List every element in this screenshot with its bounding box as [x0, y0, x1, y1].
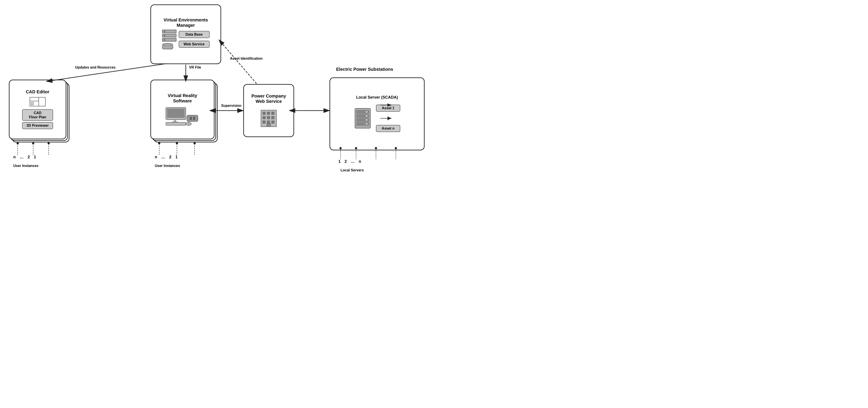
local-one: 1	[338, 159, 341, 164]
svg-rect-36	[167, 108, 185, 118]
vem-box: Virtual Environments Manager Data Base W…	[150, 4, 221, 64]
svg-rect-46	[263, 112, 266, 115]
asset-id-label: Asset Identification	[230, 56, 263, 61]
svg-point-14	[48, 142, 50, 145]
local-two: 2	[345, 159, 347, 164]
pcws-title: Power Company Web Service	[251, 93, 286, 104]
svg-point-64	[366, 123, 368, 125]
eps-title: Electric Power Substations	[336, 66, 393, 72]
vem-title: Virtual Environments Manager	[164, 17, 208, 28]
svg-point-12	[17, 142, 19, 145]
pcws-icon	[259, 106, 279, 128]
local-n: n	[359, 159, 361, 164]
cad-title: CAD Editor	[26, 89, 50, 94]
database-label: Data Base	[179, 31, 210, 38]
asset-n: Asset n	[376, 125, 400, 132]
local-instances: 1 2 … n	[338, 159, 361, 164]
svg-point-18	[158, 142, 160, 145]
vr-n: n	[155, 155, 157, 159]
cad-icon	[29, 96, 46, 107]
svg-point-13	[32, 142, 34, 145]
svg-point-19	[176, 142, 178, 145]
svg-rect-55	[267, 123, 271, 127]
cad-floor-plan: CAD Floor Plan	[22, 109, 53, 121]
local-dots: …	[351, 159, 355, 164]
svg-point-62	[366, 119, 368, 121]
cad-dots: …	[20, 155, 24, 159]
architecture-diagram: Virtual Environments Manager Data Base W…	[0, 0, 434, 204]
svg-rect-54	[272, 121, 274, 123]
cad-stack: CAD Editor CAD Floor Plan 3D Previewer	[9, 80, 66, 142]
svg-rect-34	[31, 102, 34, 105]
cad-two: 2	[28, 155, 30, 159]
svg-rect-41	[193, 117, 195, 120]
svg-rect-47	[267, 112, 270, 115]
svg-rect-42	[166, 122, 186, 125]
cad-3d-previewer: 3D Previewer	[22, 122, 53, 129]
vr-two: 2	[169, 155, 172, 159]
svg-point-58	[366, 111, 368, 113]
vr-icon	[165, 106, 200, 126]
webservice-label: Web Service	[179, 41, 210, 48]
vr-user-instances-label: User Instances	[155, 164, 180, 168]
cad-instances: n … 2 1	[13, 155, 36, 159]
scada-title: Local Server (SCADA)	[356, 95, 398, 100]
cad-n: n	[13, 155, 16, 159]
vr-one: 1	[175, 155, 178, 159]
svg-rect-51	[272, 116, 274, 119]
svg-rect-40	[190, 117, 192, 120]
scada-box: Local Server (SCADA) Asset 1 ⋮ Asset n	[330, 77, 425, 150]
svg-rect-39	[187, 115, 198, 121]
svg-rect-48	[272, 112, 274, 115]
cad-one: 1	[34, 155, 36, 159]
vr-dots: …	[161, 155, 165, 159]
vr-title: Virtual Reality Software	[167, 93, 197, 103]
scada-server-icon	[354, 107, 372, 129]
asset-ellipsis: ⋮	[376, 116, 400, 121]
vr-file-label: VR File	[189, 65, 201, 70]
local-servers-label: Local Servers	[341, 168, 364, 173]
supervision-label: Supervision	[221, 103, 242, 108]
cad-user-instances-label: User Instances	[13, 164, 38, 168]
vr-instances: n … 2 1	[155, 155, 178, 159]
svg-rect-53	[267, 121, 270, 123]
asset-1: Asset 1	[376, 104, 400, 112]
svg-line-7	[219, 40, 256, 84]
svg-rect-52	[263, 121, 266, 123]
svg-point-60	[366, 115, 368, 117]
svg-rect-49	[263, 116, 266, 119]
svg-point-20	[193, 142, 196, 145]
svg-rect-50	[267, 116, 270, 119]
updates-label: Updates and Resources	[75, 65, 116, 70]
pcws-box: Power Company Web Service	[243, 84, 294, 137]
